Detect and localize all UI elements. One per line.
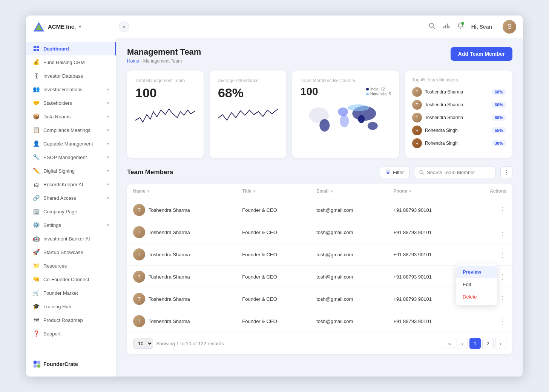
sidebar-item-captable-label: Captable Management xyxy=(43,141,103,147)
svg-rect-5 xyxy=(445,25,446,28)
foundercrate-logo-icon xyxy=(33,360,41,368)
collapse-icon: « xyxy=(123,24,125,29)
sidebar-item-dashboard[interactable]: Dashboard xyxy=(26,42,116,55)
top5-pct-1: 60% xyxy=(492,89,506,95)
sidebar-item-cofounder-label: Co-Founder Connect xyxy=(43,277,109,282)
sidebar-item-compliance[interactable]: 📋 Compliance Meetings ▾ xyxy=(26,123,116,137)
row-actions-4[interactable]: ⋮ xyxy=(499,295,506,303)
context-menu-edit[interactable]: Edit xyxy=(456,278,497,291)
sidebar-item-stakeholders[interactable]: 🤝 Stakeholders ▾ xyxy=(26,96,116,110)
row-phone-0: +91 88793 90101 xyxy=(387,199,467,221)
sidebar-item-shared-access[interactable]: 🔗 Shared Access ▾ xyxy=(26,191,116,205)
pagination-prev-button[interactable]: ‹ xyxy=(457,338,468,349)
app-name: ACME Inc. xyxy=(48,23,76,30)
pagination-next-button[interactable]: › xyxy=(495,338,506,349)
sidebar-item-founder-market-label: Founder Market xyxy=(43,290,109,296)
svg-line-25 xyxy=(422,173,423,174)
top5-row-5: R Rohendra Singh 30% xyxy=(412,138,506,148)
more-options-button[interactable]: ⋮ xyxy=(500,166,512,178)
investment-banker-icon: 🤖 xyxy=(33,235,40,242)
svg-rect-13 xyxy=(37,361,40,364)
sidebar-collapse-button[interactable]: « xyxy=(119,21,129,32)
sidebar-item-investor-rel[interactable]: 👥 Investor Relations ▾ xyxy=(26,83,116,96)
sidebar-item-support[interactable]: ❓ Support xyxy=(26,327,116,340)
col-phone[interactable]: Phone ▾ xyxy=(387,184,467,199)
add-team-member-button[interactable]: Add Team Member xyxy=(451,47,512,61)
row-phone-5: +91 88793 90101 xyxy=(387,310,467,332)
page-size-select[interactable]: 10 25 50 xyxy=(133,338,153,349)
title-sort-icon: ▾ xyxy=(253,189,255,193)
row-actions-2[interactable]: ⋮ xyxy=(499,250,506,259)
filter-button[interactable]: Filter xyxy=(380,167,409,178)
top5-avatar-1: T xyxy=(412,87,422,97)
user-avatar[interactable]: S xyxy=(503,20,516,34)
sidebar-item-founder-market[interactable]: 🛒 Founder Market xyxy=(26,286,116,300)
context-menu-preview[interactable]: Preview xyxy=(456,266,497,278)
resources-icon: 📁 xyxy=(33,262,40,269)
sidebar-item-cofounder[interactable]: 🤜 Co-Founder Connect xyxy=(26,273,116,286)
sidebar-item-records[interactable]: 🗂 RecordsKeeper AI ▾ xyxy=(26,178,116,191)
total-mini-chart xyxy=(135,103,195,126)
investor-rel-icon: 👥 xyxy=(33,86,40,93)
col-name[interactable]: Name ▾ xyxy=(127,184,236,199)
sidebar-item-captable[interactable]: 👤 Captable Management ▾ xyxy=(26,137,116,150)
training-hub-icon: 🎓 xyxy=(33,303,40,310)
svg-rect-9 xyxy=(37,46,39,48)
pagination-first-button[interactable]: « xyxy=(444,338,455,349)
non-india-legend: Non-India 5 xyxy=(366,92,391,96)
sidebar-item-resources[interactable]: 📁 Resources xyxy=(26,259,116,273)
row-actions-3[interactable]: ⋮ xyxy=(499,273,506,281)
notification-icon[interactable] xyxy=(457,22,464,31)
sidebar-item-settings[interactable]: ⚙️ Settings ▾ xyxy=(26,218,116,232)
sidebar-item-training-hub-label: Training Hub xyxy=(43,304,109,309)
sidebar-item-product-roadmap[interactable]: 🗺 Product Roadmap xyxy=(26,313,116,327)
captable-caret-icon: ▾ xyxy=(107,141,109,146)
row-actions-1[interactable]: ⋮ xyxy=(499,228,506,236)
search-box-icon xyxy=(419,170,424,175)
user-greeting: Hi, Sean xyxy=(471,24,492,30)
sidebar-item-esop[interactable]: 🔧 ESOP Management ▾ xyxy=(26,150,116,164)
sidebar-item-investor-rel-label: Investor Relations xyxy=(43,87,103,92)
row-email-5: tosh@gmail.com xyxy=(310,310,387,332)
sidebar-item-company-page[interactable]: 🏢 Company Page xyxy=(26,205,116,218)
search-icon[interactable] xyxy=(428,22,435,31)
svg-rect-12 xyxy=(34,361,37,364)
sidebar-item-fundraising[interactable]: 💰 Fund Raising CRM xyxy=(26,55,116,69)
stakeholders-caret-icon: ▾ xyxy=(107,101,109,106)
top5-name-4: Rohendra Singh xyxy=(425,128,489,133)
col-email[interactable]: Email ▾ xyxy=(310,184,387,199)
sidebar-item-investor-db[interactable]: 🗄 Investor Database xyxy=(26,69,116,83)
team-members-tbody: T Toshendra Sharma Founder & CEO tosh@gm… xyxy=(127,199,512,332)
pagination-page-1-button[interactable]: 1 xyxy=(469,338,481,349)
row-actions-5[interactable]: ⋮ xyxy=(499,317,506,325)
row-actions-0[interactable]: ⋮ xyxy=(499,206,506,214)
search-team-member-input[interactable] xyxy=(427,170,491,175)
td-name-1: T Toshendra Sharma xyxy=(133,226,230,238)
row-avatar-4: T xyxy=(133,293,145,305)
app-caret-icon[interactable]: ▾ xyxy=(79,24,81,29)
top-bar: ACME Inc. ▾ « Hi, Sean S xyxy=(26,15,523,38)
table-row: T Toshendra Sharma Founder & CEO tosh@gm… xyxy=(127,243,512,266)
row-title-5: Founder & CEO xyxy=(236,310,310,332)
top5-name-1: Toshendra Sharma xyxy=(425,89,489,95)
attendance-mini-chart xyxy=(218,103,278,126)
sidebar-item-data-rooms[interactable]: 📦 Data Rooms ▾ xyxy=(26,110,116,123)
esop-caret-icon: ▾ xyxy=(107,155,109,160)
analytics-icon[interactable] xyxy=(443,22,449,31)
sidebar-item-investment-banker[interactable]: 🤖 Investment Banker AI xyxy=(26,232,116,245)
sidebar-item-digital-signing[interactable]: ✏️ Digital Signing ▾ xyxy=(26,164,116,178)
pagination-page-2-button[interactable]: 2 xyxy=(482,338,494,349)
sidebar-item-startup-showcase[interactable]: 🚀 Startup Showcase xyxy=(26,245,116,259)
sidebar-item-fundraising-label: Fund Raising CRM xyxy=(43,60,109,65)
context-menu-delete[interactable]: Delete xyxy=(456,291,497,303)
breadcrumb-home[interactable]: Home xyxy=(127,58,139,64)
row-name-3: Toshendra Sharma xyxy=(149,274,190,280)
row-name-2: Toshendra Sharma xyxy=(149,252,190,257)
col-title[interactable]: Title ▾ xyxy=(236,184,310,199)
td-name-5: T Toshendra Sharma xyxy=(133,315,230,327)
row-title-0: Founder & CEO xyxy=(236,199,310,221)
sidebar-item-investment-banker-label: Investment Banker AI xyxy=(43,236,109,242)
svg-point-21 xyxy=(358,115,365,123)
country-stat-card: Team Members By Country 100 India 12 xyxy=(292,70,399,158)
sidebar-item-training-hub[interactable]: 🎓 Training Hub xyxy=(26,300,116,313)
